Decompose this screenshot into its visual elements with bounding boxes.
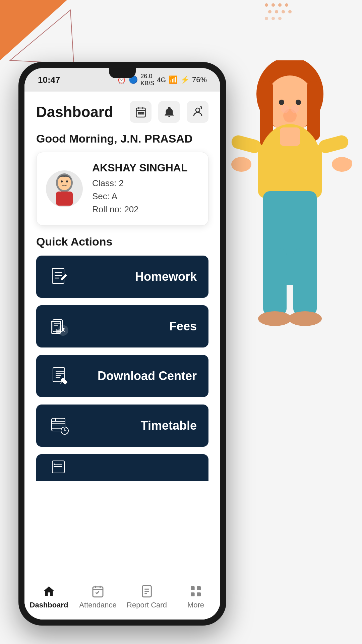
app-screen: Dashboard bbox=[24, 92, 220, 620]
bell-icon bbox=[163, 106, 175, 118]
svg-point-6 bbox=[268, 10, 272, 13]
student-name: AKSHAY SINGHAL bbox=[92, 162, 199, 174]
svg-rect-24 bbox=[230, 134, 262, 155]
fees-label: Fees bbox=[71, 319, 197, 333]
calendar-icon bbox=[135, 106, 147, 118]
svg-point-3 bbox=[272, 3, 275, 7]
student-section: Sec: A bbox=[92, 190, 199, 203]
download-center-label: Download Center bbox=[71, 369, 197, 383]
svg-rect-23 bbox=[258, 144, 322, 198]
timetable-button[interactable]: Timetable bbox=[36, 405, 208, 447]
svg-rect-88 bbox=[191, 586, 195, 590]
svg-point-33 bbox=[288, 311, 322, 326]
profile-refresh-button[interactable] bbox=[187, 101, 208, 123]
svg-rect-41 bbox=[142, 112, 144, 114]
svg-point-46 bbox=[61, 180, 63, 182]
svg-point-17 bbox=[279, 100, 284, 105]
svg-rect-48 bbox=[52, 268, 64, 283]
quick-actions-title: Quick Actions bbox=[36, 235, 208, 248]
svg-rect-63 bbox=[60, 377, 67, 384]
svg-marker-0 bbox=[0, 0, 67, 60]
bottom-navigation: Dashboard Attendance bbox=[24, 576, 220, 620]
svg-rect-28 bbox=[334, 159, 352, 165]
exam-schedule-button[interactable] bbox=[36, 454, 208, 481]
svg-point-32 bbox=[258, 311, 292, 326]
student-card[interactable]: AKSHAY SINGHAL Class: 2 Sec: A Roll no: … bbox=[36, 152, 208, 226]
network-icon: 4G bbox=[157, 76, 166, 84]
home-icon bbox=[42, 584, 56, 599]
app-header: Dashboard bbox=[24, 92, 220, 129]
status-time: 10:47 bbox=[38, 75, 60, 85]
student-avatar bbox=[46, 170, 83, 207]
greeting-text: Good Morning, J.N. PRASAD bbox=[36, 132, 193, 145]
svg-point-2 bbox=[265, 3, 268, 7]
svg-rect-34 bbox=[280, 127, 300, 146]
svg-rect-44 bbox=[56, 192, 73, 206]
svg-point-45 bbox=[58, 175, 71, 190]
svg-rect-39 bbox=[138, 112, 140, 114]
nav-more[interactable]: More bbox=[171, 584, 220, 609]
svg-point-21 bbox=[291, 105, 299, 113]
svg-rect-25 bbox=[317, 134, 350, 155]
fees-icon: ₹ bbox=[48, 315, 71, 338]
student-roll: Roll no: 202 bbox=[92, 203, 199, 216]
svg-rect-40 bbox=[140, 112, 142, 114]
svg-point-18 bbox=[296, 100, 301, 105]
attendance-icon bbox=[90, 584, 105, 599]
svg-point-79 bbox=[54, 466, 55, 467]
download-center-button[interactable]: Download Center bbox=[36, 355, 208, 397]
more-icon bbox=[188, 584, 203, 599]
nav-attendance[interactable]: Attendance bbox=[73, 584, 122, 609]
bg-triangle-decoration bbox=[0, 0, 77, 67]
signal-icon: 📶 bbox=[169, 75, 178, 84]
svg-point-10 bbox=[265, 17, 268, 20]
nav-dashboard[interactable]: Dashboard bbox=[24, 584, 73, 609]
svg-point-11 bbox=[272, 17, 275, 20]
svg-point-47 bbox=[66, 180, 68, 182]
status-bar: 10:47 ⏰ 🔵 26.0KB/S 4G 📶 ⚡ 76% bbox=[24, 68, 220, 92]
svg-point-26 bbox=[231, 157, 251, 172]
svg-rect-91 bbox=[197, 592, 201, 596]
timetable-icon bbox=[48, 414, 71, 437]
homework-icon bbox=[48, 265, 71, 288]
svg-point-8 bbox=[282, 10, 285, 13]
quick-actions-section: Quick Actions Homework bbox=[24, 235, 220, 576]
homework-button[interactable]: Homework bbox=[36, 256, 208, 298]
timetable-label: Timetable bbox=[71, 419, 197, 433]
nav-dashboard-label: Dashboard bbox=[30, 601, 68, 609]
battery-icon: ⚡ bbox=[180, 75, 189, 84]
report-card-icon bbox=[139, 584, 154, 599]
download-center-icon bbox=[48, 364, 71, 388]
svg-point-4 bbox=[278, 3, 282, 7]
svg-point-7 bbox=[275, 10, 278, 13]
character-illustration bbox=[218, 60, 362, 530]
svg-point-5 bbox=[285, 3, 288, 7]
nav-report-card[interactable]: Report Card bbox=[122, 584, 171, 609]
nav-report-card-label: Report Card bbox=[127, 601, 167, 609]
bg-dots-decoration bbox=[263, 2, 310, 25]
refresh-user-icon bbox=[192, 106, 204, 118]
svg-rect-30 bbox=[263, 248, 287, 315]
camera-notch bbox=[109, 68, 136, 78]
svg-point-78 bbox=[54, 464, 55, 465]
notification-button[interactable] bbox=[158, 101, 180, 123]
student-info: AKSHAY SINGHAL Class: 2 Sec: A Roll no: … bbox=[92, 162, 199, 216]
nav-attendance-label: Attendance bbox=[79, 601, 116, 609]
calendar-button[interactable] bbox=[130, 101, 152, 123]
phone-frame: 10:47 ⏰ 🔵 26.0KB/S 4G 📶 ⚡ 76% Dashboard bbox=[18, 62, 226, 626]
fees-button[interactable]: ₹ Fees bbox=[36, 305, 208, 347]
svg-marker-64 bbox=[60, 382, 62, 384]
battery-percent: 76% bbox=[192, 75, 207, 84]
svg-rect-16 bbox=[307, 80, 320, 141]
svg-point-9 bbox=[288, 10, 292, 13]
nav-more-label: More bbox=[187, 601, 204, 609]
svg-rect-90 bbox=[191, 592, 195, 596]
avatar-illustration bbox=[49, 172, 79, 206]
page-title: Dashboard bbox=[36, 104, 113, 120]
greeting-section: Good Morning, J.N. PRASAD bbox=[24, 129, 220, 152]
svg-rect-89 bbox=[197, 586, 201, 590]
svg-point-20 bbox=[281, 105, 289, 113]
homework-label: Homework bbox=[71, 270, 197, 284]
svg-rect-31 bbox=[293, 248, 317, 315]
exam-schedule-icon bbox=[48, 456, 71, 479]
